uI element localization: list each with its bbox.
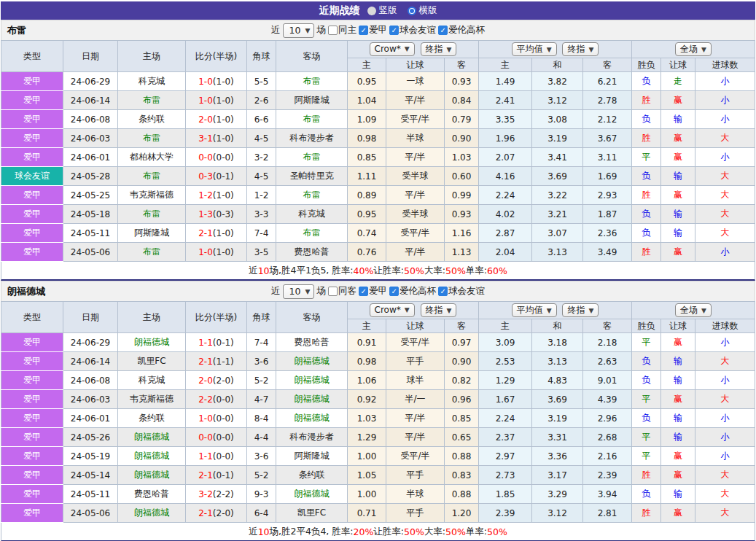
friendly-filter-checkbox-item[interactable]: 球会友谊	[389, 24, 436, 36]
match-score: 1-0(1-0)	[186, 243, 247, 262]
match-count-select[interactable]: 10 ▼	[283, 284, 315, 299]
avg-home-odds: 1.29	[479, 371, 532, 390]
cup-filter-checkbox-item[interactable]: 爱伦高杯	[438, 24, 485, 36]
friendly-filter-checkbox-item[interactable]: 球会友谊	[438, 285, 485, 297]
bookmaker-select[interactable]: Crow*▼	[370, 303, 415, 317]
match-date: 24-05-06	[63, 243, 118, 262]
result-wdl: 负	[632, 205, 661, 224]
result-wdl: 胜	[632, 243, 661, 262]
home-team-name: 朗福德城	[118, 504, 186, 523]
result-wdl: 平	[632, 428, 661, 447]
avg-home-odds: 2.24	[479, 186, 532, 205]
match-date: 24-05-28	[63, 167, 118, 186]
final-odds-select-2[interactable]: 终指▼	[562, 303, 599, 317]
corner-score: 4-4	[247, 428, 276, 447]
col-handicap-home: 主	[348, 58, 386, 72]
league-filter-checkbox-item[interactable]: 爱甲	[359, 24, 387, 36]
radio-horizontal-layout[interactable]: 横版	[408, 4, 437, 17]
checkbox-checked-icon	[438, 26, 448, 35]
corner-score: 3-5	[247, 243, 276, 262]
match-score: 2-0(1-0)	[186, 110, 247, 129]
full-match-value: 全场	[680, 43, 698, 55]
result-handicap: 输	[661, 205, 695, 224]
col-avg-away: 客	[583, 319, 632, 333]
away-team-name: 科布漫步者	[276, 129, 348, 148]
result-goals: 大	[695, 485, 755, 504]
match-row: 爱甲24-05-26朗福德城0-0(0-0)4-4科布漫步者1.29平/半0.6…	[1, 428, 755, 447]
home-team-name: 凯里FC	[118, 352, 186, 371]
match-count-value: 10	[289, 286, 301, 297]
result-goals: 大	[695, 129, 755, 148]
away-team-name: 凯里FC	[276, 504, 348, 523]
checkbox-checked-icon	[389, 287, 399, 296]
match-date: 24-06-14	[63, 352, 118, 371]
final-odds-select[interactable]: 终指▼	[421, 42, 457, 56]
avg-away-odds: 6.21	[583, 72, 632, 91]
summary-text: 10	[258, 526, 270, 537]
handicap-line: 受半球	[386, 205, 445, 224]
average-select[interactable]: 平均值▼	[512, 42, 557, 56]
match-score: 1-2(1-0)	[186, 186, 247, 205]
match-score: 1-1(0-1)	[186, 333, 247, 352]
full-match-select[interactable]: 全场▼	[675, 303, 712, 317]
section-bar-home-team: 布雷 近 10 ▼ 场 同主 爱甲 球会友谊 爱伦高杯	[1, 20, 755, 40]
chevron-down-icon: ▼	[305, 27, 310, 34]
match-count-value: 10	[289, 25, 301, 36]
home-team-name: 都柏林大学	[118, 148, 186, 167]
avg-draw-odds: 3.13	[532, 352, 583, 371]
final-odds-select[interactable]: 终指▼	[421, 303, 457, 317]
match-type-badge: 爱甲	[1, 129, 63, 148]
avg-draw-odds: 3.82	[532, 72, 583, 91]
average-group-header: 平均值▼ 终指▼	[479, 302, 632, 319]
average-select[interactable]: 平均值▼	[512, 303, 557, 317]
avg-draw-odds: 3.13	[532, 243, 583, 262]
handicap-home-odds: 0.95	[348, 72, 386, 91]
result-goals: 小	[695, 91, 755, 110]
league-filter-checkbox-item[interactable]: 爱甲	[359, 285, 387, 297]
away-team-name: 布雷	[276, 148, 348, 167]
match-score: 1-0(1-0)	[186, 91, 247, 110]
handicap-away-odds: 0.90	[445, 352, 479, 371]
match-type-badge: 爱甲	[1, 110, 63, 129]
avg-home-odds: 2.37	[479, 428, 532, 447]
col-result-goals: 进球数	[695, 319, 755, 333]
final-odds-select-2[interactable]: 终指▼	[562, 42, 599, 56]
match-count-select[interactable]: 10 ▼	[283, 23, 315, 38]
avg-draw-odds: 3.31	[532, 428, 583, 447]
bookmaker-select[interactable]: Crow*▼	[370, 42, 415, 56]
same-venue-label: 同主	[338, 24, 356, 36]
col-avg-draw: 和	[532, 319, 583, 333]
away-team-name: 科克城	[276, 205, 348, 224]
summary-text: 单率:	[466, 526, 487, 538]
result-wdl: 胜	[632, 466, 661, 485]
col-avg-draw: 和	[532, 58, 583, 72]
avg-away-odds: 2.18	[583, 333, 632, 352]
match-date: 24-05-18	[63, 205, 118, 224]
col-result-handicap: 让球	[661, 319, 695, 333]
match-score: 3-2(2-2)	[186, 485, 247, 504]
handicap-away-odds: 1.20	[445, 504, 479, 523]
home-team-name: 费恩哈普	[118, 485, 186, 504]
full-match-select[interactable]: 全场▼	[675, 42, 712, 56]
corner-score: 2-6	[247, 91, 276, 110]
friendly-filter-label: 球会友谊	[448, 285, 485, 297]
checkbox-checked-icon	[389, 26, 399, 35]
checkbox-checked-icon	[359, 287, 368, 296]
summary-text: 60%	[487, 265, 507, 276]
col-date: 日期	[63, 302, 118, 333]
result-handicap: 输	[661, 485, 695, 504]
radio-vertical-layout[interactable]: 竖版	[367, 4, 397, 17]
same-venue-checkbox-item[interactable]: 同主	[328, 24, 356, 36]
match-score: 0-0(0-0)	[186, 428, 247, 447]
match-row: 爱甲24-06-29科克城1-0(1-0)5-5布雷0.95一球0.931.49…	[1, 72, 755, 91]
cup-filter-checkbox-item[interactable]: 爱伦高杯	[389, 285, 436, 297]
home-team-name: 朗福德城	[118, 466, 186, 485]
same-venue-checkbox-item[interactable]: 同客	[328, 285, 356, 297]
avg-away-odds: 2.81	[583, 504, 632, 523]
result-goals: 大	[695, 352, 755, 371]
away-team-name: 朗福德城	[276, 390, 348, 409]
result-handicap: 输	[661, 167, 695, 186]
away-team-name: 条约联	[276, 466, 348, 485]
col-handicap-line: 让球	[386, 58, 445, 72]
result-handicap: 走	[661, 72, 695, 91]
